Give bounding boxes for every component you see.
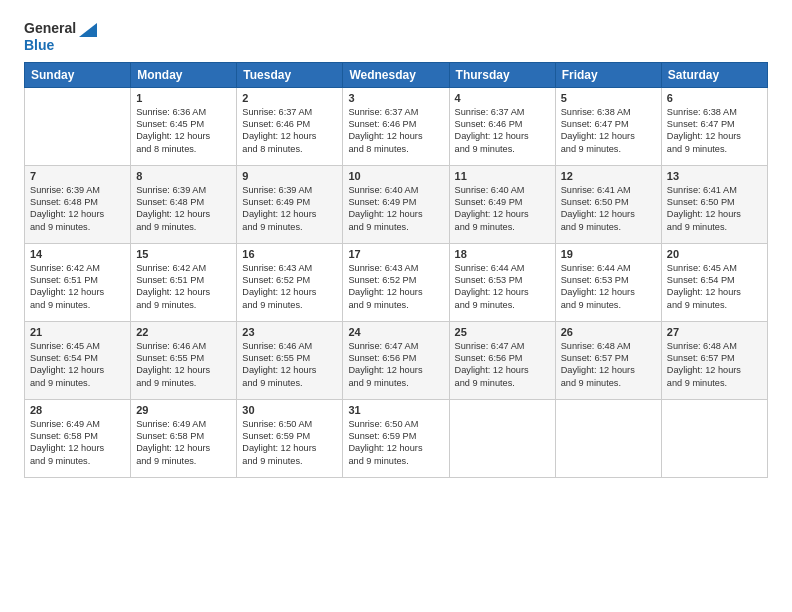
day-info: Sunrise: 6:45 AM Sunset: 6:54 PM Dayligh… — [30, 340, 125, 390]
calendar-cell: 26Sunrise: 6:48 AM Sunset: 6:57 PM Dayli… — [555, 321, 661, 399]
day-number: 23 — [242, 326, 337, 338]
day-number: 29 — [136, 404, 231, 416]
day-number: 10 — [348, 170, 443, 182]
calendar-cell: 1Sunrise: 6:36 AM Sunset: 6:45 PM Daylig… — [131, 87, 237, 165]
calendar-cell: 6Sunrise: 6:38 AM Sunset: 6:47 PM Daylig… — [661, 87, 767, 165]
calendar-cell: 25Sunrise: 6:47 AM Sunset: 6:56 PM Dayli… — [449, 321, 555, 399]
calendar-cell: 22Sunrise: 6:46 AM Sunset: 6:55 PM Dayli… — [131, 321, 237, 399]
calendar-table: SundayMondayTuesdayWednesdayThursdayFrid… — [24, 62, 768, 478]
day-number: 31 — [348, 404, 443, 416]
calendar-cell — [661, 399, 767, 477]
calendar-header-cell: Wednesday — [343, 62, 449, 87]
calendar-cell: 15Sunrise: 6:42 AM Sunset: 6:51 PM Dayli… — [131, 243, 237, 321]
day-number: 12 — [561, 170, 656, 182]
calendar-week-row: 14Sunrise: 6:42 AM Sunset: 6:51 PM Dayli… — [25, 243, 768, 321]
calendar-cell: 29Sunrise: 6:49 AM Sunset: 6:58 PM Dayli… — [131, 399, 237, 477]
calendar-header-cell: Tuesday — [237, 62, 343, 87]
calendar-cell: 31Sunrise: 6:50 AM Sunset: 6:59 PM Dayli… — [343, 399, 449, 477]
calendar-week-row: 21Sunrise: 6:45 AM Sunset: 6:54 PM Dayli… — [25, 321, 768, 399]
day-number: 16 — [242, 248, 337, 260]
logo-container: General Blue — [24, 20, 97, 54]
calendar-cell: 20Sunrise: 6:45 AM Sunset: 6:54 PM Dayli… — [661, 243, 767, 321]
page: General Blue SundayMondayTuesdayWednesda… — [0, 0, 792, 612]
calendar-cell: 28Sunrise: 6:49 AM Sunset: 6:58 PM Dayli… — [25, 399, 131, 477]
day-number: 8 — [136, 170, 231, 182]
day-number: 28 — [30, 404, 125, 416]
calendar-cell: 10Sunrise: 6:40 AM Sunset: 6:49 PM Dayli… — [343, 165, 449, 243]
calendar-cell: 5Sunrise: 6:38 AM Sunset: 6:47 PM Daylig… — [555, 87, 661, 165]
day-number: 13 — [667, 170, 762, 182]
calendar-cell: 4Sunrise: 6:37 AM Sunset: 6:46 PM Daylig… — [449, 87, 555, 165]
day-info: Sunrise: 6:39 AM Sunset: 6:48 PM Dayligh… — [136, 184, 231, 234]
day-info: Sunrise: 6:39 AM Sunset: 6:48 PM Dayligh… — [30, 184, 125, 234]
day-info: Sunrise: 6:36 AM Sunset: 6:45 PM Dayligh… — [136, 106, 231, 156]
calendar-week-row: 28Sunrise: 6:49 AM Sunset: 6:58 PM Dayli… — [25, 399, 768, 477]
day-info: Sunrise: 6:37 AM Sunset: 6:46 PM Dayligh… — [455, 106, 550, 156]
calendar-cell: 3Sunrise: 6:37 AM Sunset: 6:46 PM Daylig… — [343, 87, 449, 165]
day-info: Sunrise: 6:50 AM Sunset: 6:59 PM Dayligh… — [348, 418, 443, 468]
day-info: Sunrise: 6:47 AM Sunset: 6:56 PM Dayligh… — [348, 340, 443, 390]
day-info: Sunrise: 6:47 AM Sunset: 6:56 PM Dayligh… — [455, 340, 550, 390]
day-info: Sunrise: 6:40 AM Sunset: 6:49 PM Dayligh… — [348, 184, 443, 234]
svg-marker-0 — [79, 23, 97, 37]
calendar-week-row: 1Sunrise: 6:36 AM Sunset: 6:45 PM Daylig… — [25, 87, 768, 165]
day-info: Sunrise: 6:37 AM Sunset: 6:46 PM Dayligh… — [348, 106, 443, 156]
day-number: 9 — [242, 170, 337, 182]
calendar-cell: 19Sunrise: 6:44 AM Sunset: 6:53 PM Dayli… — [555, 243, 661, 321]
day-number: 24 — [348, 326, 443, 338]
day-number: 1 — [136, 92, 231, 104]
calendar-cell: 2Sunrise: 6:37 AM Sunset: 6:46 PM Daylig… — [237, 87, 343, 165]
calendar-cell: 16Sunrise: 6:43 AM Sunset: 6:52 PM Dayli… — [237, 243, 343, 321]
day-info: Sunrise: 6:42 AM Sunset: 6:51 PM Dayligh… — [30, 262, 125, 312]
day-number: 14 — [30, 248, 125, 260]
calendar-header-cell: Saturday — [661, 62, 767, 87]
header: General Blue — [24, 20, 768, 54]
logo-text: General Blue — [24, 20, 76, 54]
calendar-cell: 21Sunrise: 6:45 AM Sunset: 6:54 PM Dayli… — [25, 321, 131, 399]
day-number: 18 — [455, 248, 550, 260]
day-number: 3 — [348, 92, 443, 104]
calendar-header-cell: Friday — [555, 62, 661, 87]
day-info: Sunrise: 6:46 AM Sunset: 6:55 PM Dayligh… — [136, 340, 231, 390]
day-info: Sunrise: 6:50 AM Sunset: 6:59 PM Dayligh… — [242, 418, 337, 468]
day-info: Sunrise: 6:38 AM Sunset: 6:47 PM Dayligh… — [667, 106, 762, 156]
day-info: Sunrise: 6:39 AM Sunset: 6:49 PM Dayligh… — [242, 184, 337, 234]
calendar-cell: 24Sunrise: 6:47 AM Sunset: 6:56 PM Dayli… — [343, 321, 449, 399]
day-info: Sunrise: 6:45 AM Sunset: 6:54 PM Dayligh… — [667, 262, 762, 312]
day-info: Sunrise: 6:49 AM Sunset: 6:58 PM Dayligh… — [136, 418, 231, 468]
day-number: 25 — [455, 326, 550, 338]
calendar-week-row: 7Sunrise: 6:39 AM Sunset: 6:48 PM Daylig… — [25, 165, 768, 243]
logo-arrow-icon — [79, 23, 97, 41]
day-number: 21 — [30, 326, 125, 338]
day-info: Sunrise: 6:48 AM Sunset: 6:57 PM Dayligh… — [667, 340, 762, 390]
calendar-cell: 13Sunrise: 6:41 AM Sunset: 6:50 PM Dayli… — [661, 165, 767, 243]
calendar-cell: 8Sunrise: 6:39 AM Sunset: 6:48 PM Daylig… — [131, 165, 237, 243]
day-number: 22 — [136, 326, 231, 338]
day-number: 6 — [667, 92, 762, 104]
calendar-cell: 7Sunrise: 6:39 AM Sunset: 6:48 PM Daylig… — [25, 165, 131, 243]
calendar-cell: 18Sunrise: 6:44 AM Sunset: 6:53 PM Dayli… — [449, 243, 555, 321]
day-number: 5 — [561, 92, 656, 104]
day-number: 4 — [455, 92, 550, 104]
day-number: 20 — [667, 248, 762, 260]
day-number: 19 — [561, 248, 656, 260]
day-number: 2 — [242, 92, 337, 104]
day-info: Sunrise: 6:40 AM Sunset: 6:49 PM Dayligh… — [455, 184, 550, 234]
day-info: Sunrise: 6:43 AM Sunset: 6:52 PM Dayligh… — [242, 262, 337, 312]
calendar-cell — [449, 399, 555, 477]
calendar-cell: 12Sunrise: 6:41 AM Sunset: 6:50 PM Dayli… — [555, 165, 661, 243]
calendar-header-row: SundayMondayTuesdayWednesdayThursdayFrid… — [25, 62, 768, 87]
calendar-cell: 27Sunrise: 6:48 AM Sunset: 6:57 PM Dayli… — [661, 321, 767, 399]
day-info: Sunrise: 6:38 AM Sunset: 6:47 PM Dayligh… — [561, 106, 656, 156]
logo: General Blue — [24, 20, 97, 54]
day-info: Sunrise: 6:46 AM Sunset: 6:55 PM Dayligh… — [242, 340, 337, 390]
day-info: Sunrise: 6:42 AM Sunset: 6:51 PM Dayligh… — [136, 262, 231, 312]
day-info: Sunrise: 6:37 AM Sunset: 6:46 PM Dayligh… — [242, 106, 337, 156]
calendar-cell: 9Sunrise: 6:39 AM Sunset: 6:49 PM Daylig… — [237, 165, 343, 243]
day-info: Sunrise: 6:48 AM Sunset: 6:57 PM Dayligh… — [561, 340, 656, 390]
calendar-cell: 11Sunrise: 6:40 AM Sunset: 6:49 PM Dayli… — [449, 165, 555, 243]
calendar-header-cell: Thursday — [449, 62, 555, 87]
day-info: Sunrise: 6:49 AM Sunset: 6:58 PM Dayligh… — [30, 418, 125, 468]
calendar-cell: 30Sunrise: 6:50 AM Sunset: 6:59 PM Dayli… — [237, 399, 343, 477]
day-info: Sunrise: 6:41 AM Sunset: 6:50 PM Dayligh… — [561, 184, 656, 234]
